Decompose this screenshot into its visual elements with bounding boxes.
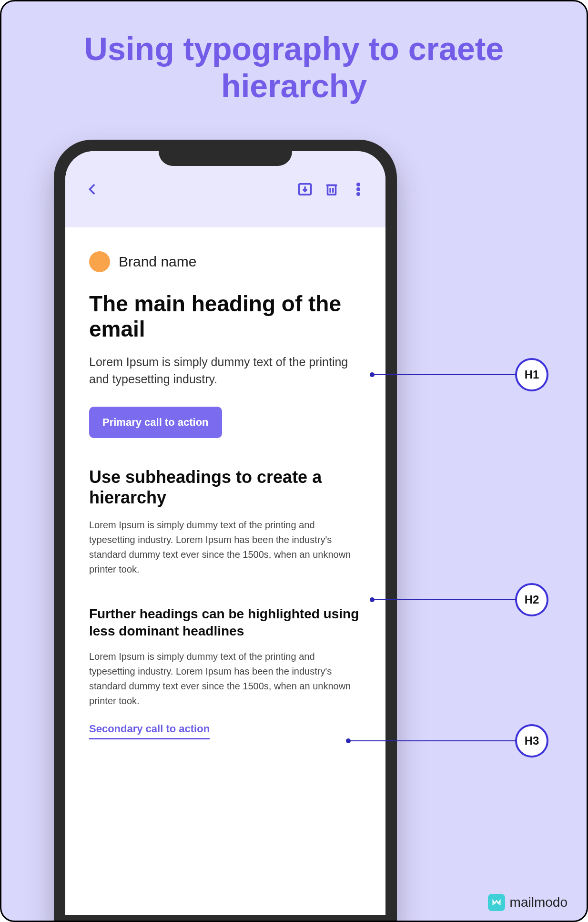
callout-line <box>349 740 516 741</box>
mailmodo-logo-icon <box>488 894 505 911</box>
callout-h2: H2 <box>373 583 548 616</box>
primary-cta-button[interactable]: Primary call to action <box>89 407 222 438</box>
svg-point-8 <box>357 193 360 195</box>
brand-name: Brand name <box>119 254 196 270</box>
phone-mockup: Brand name The main heading of the email… <box>54 140 397 922</box>
email-p3: Lorem Ipsum is simply dummy text of the … <box>89 649 362 708</box>
callout-badge-h2: H2 <box>515 583 548 616</box>
footer-brand-text: mailmodo <box>510 895 568 910</box>
phone-notch <box>159 140 292 166</box>
email-body: Brand name The main heading of the email… <box>65 227 385 739</box>
svg-point-7 <box>357 188 360 191</box>
callout-line <box>373 374 516 375</box>
callout-line <box>373 599 516 600</box>
archive-icon[interactable] <box>297 181 313 197</box>
more-icon[interactable] <box>350 181 366 197</box>
phone-body: Brand name The main heading of the email… <box>54 140 397 922</box>
trash-icon[interactable] <box>324 181 340 197</box>
svg-rect-2 <box>328 185 336 195</box>
email-h3: Further headings can be highlighted usin… <box>89 605 362 640</box>
callout-h3: H3 <box>349 724 548 758</box>
page-title: Using typography to craete hierarchy <box>1 1 587 104</box>
callout-badge-h3: H3 <box>515 724 548 758</box>
svg-point-6 <box>357 184 360 186</box>
email-h1: The main heading of the email <box>89 291 362 342</box>
footer-brand: mailmodo <box>488 894 568 911</box>
email-h2: Use subheadings to create a hierarchy <box>89 467 362 508</box>
callout-h1: H1 <box>373 358 548 391</box>
brand-row: Brand name <box>89 251 362 272</box>
email-p1: Lorem Ipsum is simply dummy text of the … <box>89 353 362 388</box>
email-p2: Lorem Ipsum is simply dummy text of the … <box>89 518 362 577</box>
callout-badge-h1: H1 <box>515 358 548 391</box>
infographic-frame: Using typography to craete hierarchy <box>0 0 588 922</box>
phone-screen: Brand name The main heading of the email… <box>65 151 385 915</box>
back-icon[interactable] <box>84 181 101 197</box>
secondary-cta-link[interactable]: Secondary call to action <box>89 723 210 739</box>
brand-logo-icon <box>89 251 110 272</box>
